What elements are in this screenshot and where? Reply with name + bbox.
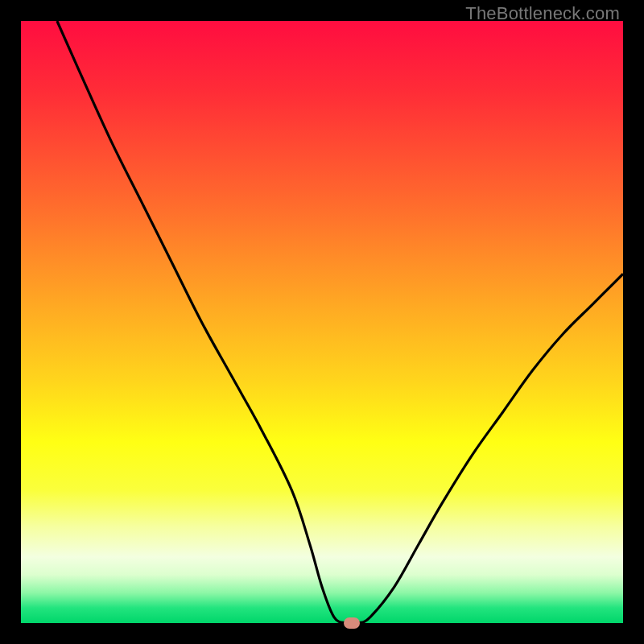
chart-frame: TheBottleneck.com [0,0,644,644]
bottleneck-curve [21,21,623,623]
optimal-point-marker [344,617,360,629]
plot-area [21,21,623,623]
